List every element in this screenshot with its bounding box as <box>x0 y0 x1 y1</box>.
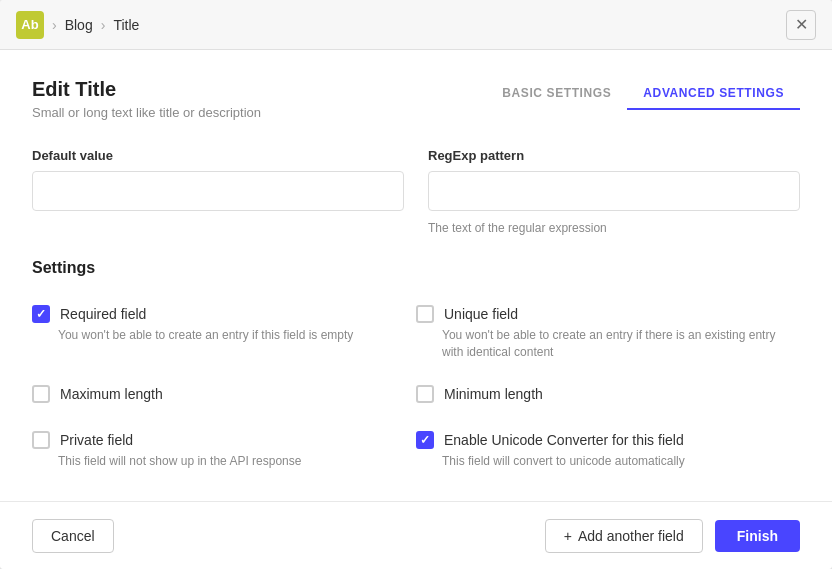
tabs: BASIC SETTINGS ADVANCED SETTINGS <box>486 78 800 110</box>
regexp-pattern-input[interactable] <box>428 171 800 211</box>
desc-unique: You won't be able to create an entry if … <box>416 327 800 361</box>
plus-icon: + <box>564 528 572 544</box>
page-subtitle: Small or long text like title or descrip… <box>32 105 261 120</box>
tab-advanced[interactable]: ADVANCED SETTINGS <box>627 78 800 110</box>
settings-title: Settings <box>32 259 800 277</box>
footer: Cancel + Add another field Finish <box>0 501 832 569</box>
footer-right: + Add another field Finish <box>545 519 800 553</box>
page-title: Edit Title <box>32 78 261 101</box>
setting-private: Private field This field will not show u… <box>32 419 416 482</box>
checkbox-private[interactable] <box>32 431 50 449</box>
content-area: Edit Title Small or long text like title… <box>0 50 832 501</box>
settings-grid: Required field You won't be able to crea… <box>32 293 800 481</box>
setting-required-header: Required field <box>32 305 416 323</box>
setting-unique-header: Unique field <box>416 305 800 323</box>
header-row: Edit Title Small or long text like title… <box>32 78 800 120</box>
cancel-button[interactable]: Cancel <box>32 519 114 553</box>
setting-min-length-header: Minimum length <box>416 385 800 403</box>
setting-unique: Unique field You won't be able to create… <box>416 293 800 373</box>
label-min-length: Minimum length <box>444 386 543 402</box>
tab-basic[interactable]: BASIC SETTINGS <box>486 78 627 110</box>
setting-unicode-header: Enable Unicode Converter for this field <box>416 431 800 449</box>
breadcrumb-title: Title <box>113 17 139 33</box>
label-max-length: Maximum length <box>60 386 163 402</box>
add-field-button[interactable]: + Add another field <box>545 519 703 553</box>
label-unicode: Enable Unicode Converter for this field <box>444 432 684 448</box>
default-value-input[interactable] <box>32 171 404 211</box>
setting-unicode: Enable Unicode Converter for this field … <box>416 419 800 482</box>
desc-unicode: This field will convert to unicode autom… <box>416 453 800 470</box>
checkbox-max-length[interactable] <box>32 385 50 403</box>
setting-min-length: Minimum length <box>416 373 800 419</box>
modal: Ab › Blog › Title ✕ Edit Title Small or … <box>0 0 832 569</box>
breadcrumb: Ab › Blog › Title <box>16 11 139 39</box>
regexp-pattern-label: RegExp pattern <box>428 148 800 163</box>
label-unique: Unique field <box>444 306 518 322</box>
default-value-group: Default value <box>32 148 404 235</box>
label-private: Private field <box>60 432 133 448</box>
chevron-right-icon-2: › <box>101 17 106 33</box>
setting-required: Required field You won't be able to crea… <box>32 293 416 373</box>
checkbox-min-length[interactable] <box>416 385 434 403</box>
setting-private-header: Private field <box>32 431 416 449</box>
label-required: Required field <box>60 306 146 322</box>
chevron-right-icon: › <box>52 17 57 33</box>
desc-private: This field will not show up in the API r… <box>32 453 416 470</box>
default-value-label: Default value <box>32 148 404 163</box>
add-field-label: Add another field <box>578 528 684 544</box>
checkbox-unique[interactable] <box>416 305 434 323</box>
finish-button[interactable]: Finish <box>715 520 800 552</box>
fields-row: Default value RegExp pattern The text of… <box>32 148 800 235</box>
regexp-pattern-hint: The text of the regular expression <box>428 221 800 235</box>
ab-badge: Ab <box>16 11 44 39</box>
breadcrumb-blog: Blog <box>65 17 93 33</box>
setting-max-length-header: Maximum length <box>32 385 416 403</box>
checkbox-required[interactable] <box>32 305 50 323</box>
breadcrumb-bar: Ab › Blog › Title ✕ <box>0 0 832 50</box>
settings-section: Settings Required field You won't be abl… <box>32 259 800 481</box>
setting-max-length: Maximum length <box>32 373 416 419</box>
close-button[interactable]: ✕ <box>786 10 816 40</box>
edit-title-block: Edit Title Small or long text like title… <box>32 78 261 120</box>
desc-required: You won't be able to create an entry if … <box>32 327 416 344</box>
checkbox-unicode[interactable] <box>416 431 434 449</box>
regexp-pattern-group: RegExp pattern The text of the regular e… <box>428 148 800 235</box>
